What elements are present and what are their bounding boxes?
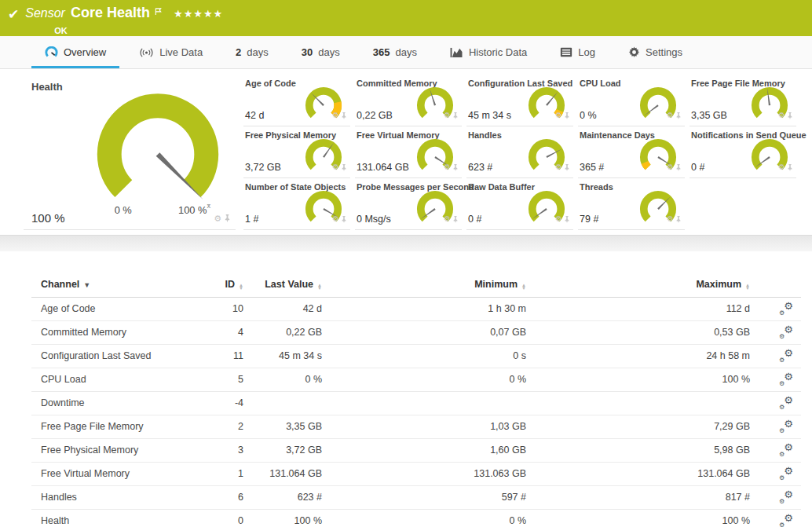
pin-icon[interactable] — [564, 108, 570, 123]
channel-gauge-cell[interactable]: Free Page File Memory 3,35 GB ⚙ — [689, 75, 796, 126]
channel-gauge-cell[interactable]: Raw Data Buffer 0 # ⚙ — [466, 178, 573, 230]
pin-icon[interactable] — [341, 108, 347, 123]
sort-caret-icon: ▼ — [83, 281, 90, 289]
channel-gauge-value: 0,22 GB — [357, 110, 393, 121]
cell-channel: Downtime — [31, 391, 200, 415]
cell-maximum: 5,98 GB — [534, 438, 758, 462]
cell-channel: Age of Code — [31, 297, 200, 320]
channel-gear-icon[interactable]: ⚙ — [332, 112, 339, 119]
channel-gear-icon[interactable]: ⚙ — [555, 163, 562, 171]
column-header-minimum[interactable]: Minimum▲▼ — [330, 272, 534, 297]
column-header-maximum[interactable]: Maximum▲▼ — [534, 272, 758, 297]
channel-gauge-cell[interactable]: Probe Messages per Second 0 Msg/s ⚙ — [355, 178, 462, 230]
tab-log[interactable]: Log — [543, 36, 612, 68]
channel-gauge-cell[interactable]: Age of Code 42 d ⚙ — [243, 75, 350, 126]
pin-icon[interactable] — [787, 108, 793, 123]
pin-icon[interactable] — [564, 212, 570, 226]
channel-gauge-cell[interactable]: Notifications in Send Queue 0 # ⚙ — [689, 126, 796, 178]
channel-gauge-cell[interactable]: Free Physical Memory 3,72 GB ⚙ — [243, 126, 350, 178]
tab-settings[interactable]: Settings — [612, 36, 699, 68]
table-row: CPU Load 5 0 % 0 % 100 % ⚙⚙ — [31, 368, 801, 391]
tab-historic-data[interactable]: Historic Data — [433, 36, 543, 68]
channel-gauge-cell[interactable]: CPU Load 0 % ⚙ — [578, 75, 685, 126]
cell-last-value: 3,72 GB — [251, 438, 330, 462]
channel-gauge-value: 0 Msg/s — [357, 214, 391, 225]
channel-settings-icon[interactable]: ⚙⚙ — [779, 467, 793, 479]
channel-gauge-cell[interactable]: Committed Memory 0,22 GB ⚙ — [355, 75, 462, 126]
column-header-last-value[interactable]: Last Value▲▼ — [251, 272, 330, 297]
channel-settings-icon[interactable]: ⚙⚙ — [779, 514, 793, 526]
sort-arrows-icon: ▲▼ — [521, 284, 526, 290]
cell-id: 2 — [200, 415, 251, 438]
pin-icon[interactable] — [564, 160, 570, 174]
channel-gear-icon[interactable]: ⚙ — [444, 215, 451, 223]
channel-gear-icon[interactable]: ⚙ — [555, 112, 562, 119]
column-header-channel[interactable]: Channel▼ — [31, 272, 200, 297]
table-row: Committed Memory 4 0,22 GB 0,07 GB 0,53 … — [31, 320, 801, 344]
cell-channel: CPU Load — [31, 368, 200, 391]
channel-gauge-value: 3,35 GB — [691, 110, 727, 121]
channel-gear-icon[interactable]: ⚙ — [667, 215, 674, 223]
channel-gauge-cell[interactable]: Configuration Last Saved 45 m 34 s ⚙ — [466, 75, 573, 126]
pin-icon[interactable] — [452, 160, 459, 174]
pin-icon[interactable] — [224, 211, 231, 225]
pin-icon[interactable] — [675, 108, 682, 123]
cell-id: 10 — [200, 297, 251, 320]
cell-channel: Committed Memory — [31, 320, 200, 344]
channel-gauge-value: 42 d — [245, 110, 264, 121]
pin-icon[interactable] — [341, 160, 347, 174]
channel-gear-icon[interactable]: ⚙ — [667, 163, 674, 171]
tab-2-days[interactable]: 2 days — [219, 36, 285, 68]
channel-gauge-cell[interactable]: Number of State Objects 1 # ⚙ — [243, 178, 350, 230]
channel-gear-icon[interactable]: ⚙ — [667, 112, 674, 119]
channel-settings-icon[interactable]: ⚙⚙ — [779, 396, 793, 408]
channel-gear-icon[interactable]: ⚙ — [778, 163, 785, 171]
channel-gauge-cell[interactable]: Threads 79 # ⚙ — [578, 178, 685, 230]
channel-gear-icon[interactable]: ⚙ — [332, 163, 339, 171]
channel-settings-icon[interactable]: ⚙⚙ — [779, 325, 793, 338]
pin-icon[interactable] — [675, 160, 682, 174]
column-header-id[interactable]: ID▲▼ — [200, 272, 251, 297]
channel-gear-icon[interactable]: ⚙ — [444, 163, 451, 171]
channel-settings-icon[interactable]: ⚙⚙ — [779, 372, 793, 385]
cell-channel: Configuration Last Saved — [31, 344, 200, 368]
cell-minimum: 0,07 GB — [330, 320, 534, 344]
tab-30-days[interactable]: 30 days — [285, 36, 357, 68]
channel-gear-icon[interactable]: ⚙ — [444, 112, 451, 119]
cell-maximum: 7,29 GB — [534, 415, 758, 438]
channel-gauge-cell[interactable]: Handles 623 # ⚙ — [466, 126, 573, 178]
gauge-grid: Age of Code 42 d ⚙ Committed Memory 0,22… — [243, 75, 801, 230]
channel-gauge-cell[interactable]: Maintenance Days 365 # ⚙ — [578, 126, 685, 178]
channel-settings-icon[interactable]: ⚙⚙ — [779, 443, 793, 456]
cell-minimum: 1,03 GB — [330, 415, 534, 438]
area-chart-icon — [450, 47, 463, 58]
channel-settings-icon[interactable]: ⚙⚙ — [779, 490, 793, 503]
pin-icon[interactable] — [452, 108, 459, 123]
channel-settings-icon[interactable]: ⚙⚙ — [779, 302, 793, 314]
pin-icon[interactable] — [675, 212, 682, 226]
tab-overview[interactable]: Overview — [28, 36, 123, 68]
channel-gear-icon[interactable]: ⚙ — [332, 215, 339, 223]
priority-stars[interactable]: ★★★★★ — [174, 8, 223, 20]
health-gauge-cell[interactable]: Health 0 % 100 % x̄ 100 % ⚙ — [24, 75, 236, 230]
mean-marker: x̄ — [207, 202, 211, 210]
cell-id: 11 — [200, 344, 251, 368]
cell-last-value: 42 d — [251, 297, 330, 320]
channel-gear-icon[interactable]: ⚙ — [778, 112, 785, 119]
gauges-panel: Health 0 % 100 % x̄ 100 % ⚙ Age of Code … — [0, 75, 812, 236]
channel-settings-icon[interactable]: ⚙⚙ — [779, 349, 793, 361]
table-row: Free Physical Memory 3 3,72 GB 1,60 GB 5… — [31, 438, 801, 462]
flag-icon[interactable] — [154, 5, 163, 19]
pin-icon[interactable] — [787, 160, 793, 174]
channel-gear-icon[interactable]: ⚙ — [555, 215, 562, 223]
channel-settings-icon[interactable]: ⚙⚙ — [779, 419, 793, 432]
cell-last-value: 131.064 GB — [251, 462, 330, 485]
tab-live-data[interactable]: Live Data — [123, 36, 219, 68]
pin-icon[interactable] — [452, 212, 459, 226]
channel-gear-icon[interactable]: ⚙ — [214, 214, 221, 223]
channel-gauge-value: 0 # — [468, 214, 481, 225]
pin-icon[interactable] — [341, 212, 347, 226]
channel-gauge-cell[interactable]: Free Virtual Memory 131.064 GB ⚙ — [355, 126, 462, 178]
table-row: Free Virtual Memory 1 131.064 GB 131.063… — [31, 462, 801, 485]
tab-365-days[interactable]: 365 days — [357, 36, 433, 68]
